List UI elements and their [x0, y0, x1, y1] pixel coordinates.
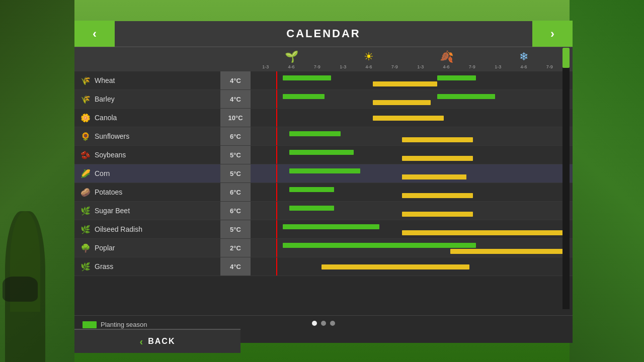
- soybeans-icon: 🫘: [80, 150, 91, 160]
- scrollbar-thumb: [562, 48, 570, 68]
- bars-poplar: [251, 239, 573, 257]
- temp-sunflowers: 6°C: [220, 127, 251, 145]
- temp-potatoes: 6°C: [220, 183, 251, 201]
- autumn-icon: 🍂: [440, 50, 453, 63]
- crop-name-oilseedradish: Oilseed Radish: [95, 225, 142, 233]
- season-summer: ☀ 1-3 4-6 7-9: [330, 50, 408, 69]
- bars-potatoes: [251, 183, 573, 201]
- bars-corn: [251, 164, 573, 183]
- scrollbar[interactable]: [562, 48, 570, 309]
- pagination-dot-1[interactable]: [312, 321, 317, 326]
- prev-button[interactable]: ‹: [74, 21, 115, 47]
- poplar-icon: 🌳: [80, 243, 91, 253]
- sunflowers-icon: 🌻: [80, 132, 91, 141]
- next-button[interactable]: ›: [532, 21, 573, 47]
- season-autumn: 🍂 1-3 4-6 7-9: [408, 50, 485, 69]
- bars-canola: [251, 109, 573, 127]
- pagination: [74, 321, 573, 326]
- table-row: 🥔 Potatoes 6°C: [74, 183, 573, 202]
- table-row: 🌿 Grass 4°C: [74, 257, 573, 276]
- crop-name-grass: Grass: [95, 262, 113, 270]
- spring-icon: 🌱: [285, 50, 298, 63]
- canola-icon: 🌼: [80, 113, 91, 123]
- crop-name-wheat: Wheat: [95, 76, 115, 84]
- bars-oilseedradish: [251, 220, 573, 238]
- temp-oilseedradish: 5°C: [220, 220, 251, 238]
- potatoes-icon: 🥔: [80, 188, 91, 197]
- corn-icon: 🌽: [80, 169, 91, 178]
- back-arrow-icon: ‹: [140, 336, 143, 347]
- temp-corn: 5°C: [220, 164, 251, 183]
- oilseedradish-icon: 🌿: [80, 225, 91, 234]
- crop-name-sugarbeet: Sugar Beet: [95, 207, 130, 215]
- bars-barley: [251, 90, 573, 108]
- crop-name-barley: Barley: [95, 95, 115, 103]
- pagination-dot-3[interactable]: [330, 321, 335, 326]
- temp-poplar: 2°C: [220, 239, 251, 257]
- bars-wheat: [251, 71, 573, 89]
- bars-sunflowers: [251, 127, 573, 145]
- temp-wheat: 4°C: [220, 71, 251, 89]
- table-row-corn: 🌽 Corn 5°C: [74, 164, 573, 183]
- page-title: CALENDAR: [286, 27, 360, 40]
- temp-grass: 4°C: [220, 257, 251, 276]
- back-label: BACK: [148, 337, 175, 346]
- temp-sugarbeet: 6°C: [220, 202, 251, 220]
- crop-name-corn: Corn: [95, 169, 110, 177]
- season-spring: 🌱 1-3 4-6 7-9: [253, 50, 330, 69]
- bars-grass: [251, 257, 573, 276]
- table-row: 🌳 Poplar 2°C: [74, 239, 573, 257]
- bars-soybeans: [251, 146, 573, 164]
- table-row: 🌿 Oilseed Radish 5°C: [74, 220, 573, 239]
- crop-name-sunflowers: Sunflowers: [95, 132, 129, 140]
- summer-icon: ☀: [364, 50, 374, 63]
- season-winter: ❄ 1-3 4-6 7-9: [485, 50, 562, 69]
- wheat-icon: 🌾: [80, 76, 91, 85]
- panel-header: ‹ CALENDAR ›: [74, 21, 573, 47]
- table-row: 🌿 Sugar Beet 6°C: [74, 202, 573, 220]
- crop-name-poplar: Poplar: [95, 244, 115, 252]
- table-row: 🫘 Soybeans 5°C: [74, 146, 573, 164]
- crop-name-soybeans: Soybeans: [95, 151, 126, 159]
- temp-barley: 4°C: [220, 90, 251, 108]
- prev-icon: ‹: [93, 27, 97, 41]
- back-button[interactable]: ‹ BACK: [74, 329, 240, 353]
- pagination-dot-2[interactable]: [321, 321, 326, 326]
- crop-name-canola: Canola: [95, 114, 117, 122]
- barley-icon: 🌾: [80, 95, 91, 104]
- grass-icon: 🌿: [80, 262, 91, 272]
- table-row: 🌻 Sunflowers 6°C: [74, 127, 573, 146]
- crop-name-potatoes: Potatoes: [95, 188, 122, 196]
- temp-canola: 10°C: [220, 109, 251, 127]
- table-row: 🌾 Barley 4°C: [74, 90, 573, 109]
- season-header: 🌱 1-3 4-6 7-9 ☀ 1-3 4-6 7-9: [74, 47, 573, 71]
- winter-icon: ❄: [519, 50, 528, 63]
- crop-list: 🌾 Wheat 4°C 🌾 Barley 4°C: [74, 71, 573, 315]
- bars-sugarbeet: [251, 202, 573, 220]
- calendar-panel: ‹ CALENDAR › 🌱 1-3 4-6 7-9 ☀: [74, 21, 573, 343]
- sugarbeet-icon: 🌿: [80, 206, 91, 216]
- next-icon: ›: [550, 27, 554, 41]
- table-row: 🌼 Canola 10°C: [74, 109, 573, 127]
- table-row: 🌾 Wheat 4°C: [74, 71, 573, 90]
- temp-soybeans: 5°C: [220, 146, 251, 164]
